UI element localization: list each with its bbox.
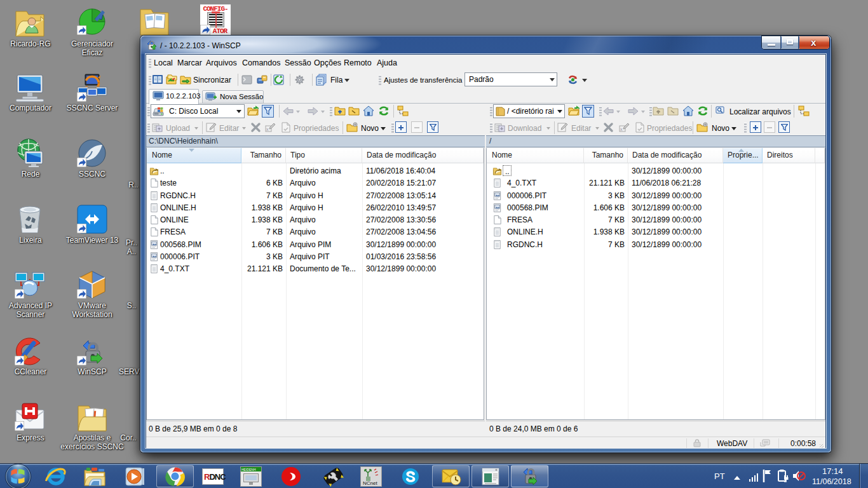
svg-text:x: x [620,127,623,132]
svg-text:x: x [266,127,269,132]
